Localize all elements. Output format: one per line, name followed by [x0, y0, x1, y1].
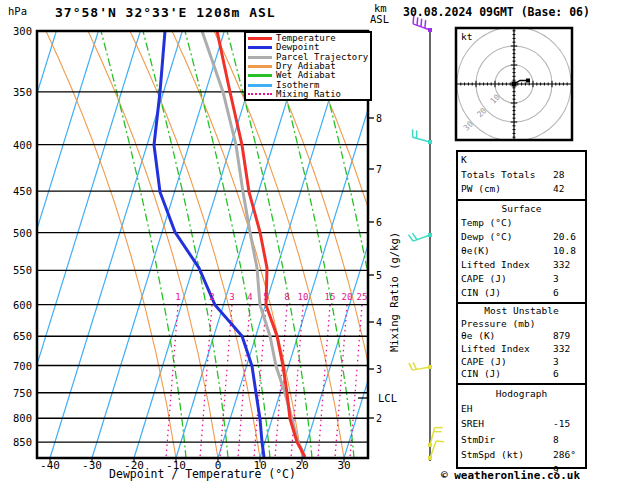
altitude-tick-label: 8	[376, 113, 382, 124]
legend-label: Wet Adiabat	[276, 71, 336, 80]
stat-row: CAPE (J)6	[461, 356, 585, 369]
legend-swatch-dry_adiabat	[248, 65, 272, 68]
legend-swatch-wet_adiabat	[248, 74, 272, 77]
pressure-tick-label: 850	[4, 436, 32, 448]
legend-swatch-temperature	[248, 37, 272, 40]
stat-label: CAPE (J)	[461, 356, 507, 367]
temperature-tick-label: 30	[327, 459, 361, 472]
stat-row: Dewp (°C)10.8	[461, 230, 585, 244]
legend-swatch-mixing_ratio	[248, 93, 272, 95]
mixing-ratio-value: 20	[342, 292, 353, 302]
mixing-ratio-value: 8	[284, 292, 289, 302]
legend-swatch-isotherm	[248, 84, 272, 87]
altitude-tick-label: 4	[376, 317, 382, 328]
stat-row: K28	[461, 153, 585, 168]
stat-label: CIN (J)	[461, 368, 501, 379]
hodograph-ring-label: 10	[489, 92, 502, 105]
mixing-ratio-axis-label: Mixing Ratio (g/kg)	[388, 232, 400, 352]
temperature-tick-label: -40	[33, 459, 67, 472]
stat-row: StmDir286°	[461, 432, 585, 447]
mixing-ratio-line	[318, 305, 330, 458]
stat-row: Lifted Index3	[461, 343, 585, 356]
stat-label: Temp (°C)	[461, 217, 512, 228]
temperature-tick-label: -20	[117, 459, 151, 472]
mixing-ratio-value: 4	[247, 292, 252, 302]
hodograph-ring-label: 20	[475, 106, 488, 119]
stat-row: SREH8	[461, 416, 585, 431]
pressure-tick-label: 400	[4, 139, 32, 151]
stat-row: CIN (J)51	[461, 286, 585, 300]
legend-label: Mixing Ratio	[276, 90, 341, 99]
mixing-ratio-value: 3	[229, 292, 234, 302]
pressure-tick-label: 300	[4, 25, 32, 37]
stat-row: EH-15	[461, 401, 585, 416]
pressure-unit-label: hPa	[8, 5, 27, 17]
wind-barb	[409, 362, 432, 370]
stats-table-most-unstable: Most UnstablePressure (mb)879θe (K)332Li…	[456, 302, 587, 388]
stat-label: Totals Totals	[461, 169, 535, 180]
stats-table-hodograph: HodographEH-15SREH8StmDir286°StmSpd (kt)…	[456, 383, 587, 469]
stat-label: StmDir	[461, 434, 495, 445]
table-title: Surface	[461, 202, 585, 216]
stat-label: CAPE (J)	[461, 273, 507, 284]
stat-label: K	[461, 154, 467, 165]
pressure-tick-label: 600	[4, 299, 32, 311]
mixing-ratio-value: 25	[357, 292, 368, 302]
stat-label: Pressure (mb)	[461, 318, 535, 329]
mixing-ratio-value: 10	[298, 292, 309, 302]
stat-row: CAPE (J)6	[461, 272, 585, 286]
stat-label: Lifted Index	[461, 343, 530, 354]
stats-table-surface: SurfaceTemp (°C)20.6Dewp (°C)10.8θe(K)33…	[456, 199, 587, 307]
mixing-ratio-value: 5	[263, 292, 268, 302]
stat-label: θe (K)	[461, 330, 495, 341]
legend-row: Mixing Ratio	[248, 90, 370, 99]
stat-label: θe(K)	[461, 245, 490, 256]
station-title: 37°58'N 32°33'E 1208m ASL	[55, 5, 276, 20]
altitude-unit-label-asl: ASL	[370, 13, 389, 25]
table-title: Hodograph	[461, 386, 585, 401]
pressure-tick-label: 650	[4, 330, 32, 342]
legend-swatch-dewpoint	[248, 46, 272, 49]
pressure-tick-label: 500	[4, 227, 32, 239]
copyright-credit: © weatheronline.co.uk	[441, 469, 580, 482]
wet-adiabat-line	[101, 31, 186, 458]
stat-row: Lifted Index3	[461, 258, 585, 272]
mixing-ratio-value: 15	[325, 292, 336, 302]
dry-adiabat-line	[592, 31, 629, 458]
dry-adiabat-line	[46, 31, 176, 458]
wet-adiabat-line	[605, 31, 629, 458]
dry-adiabat-line	[88, 31, 218, 458]
table-title: Most Unstable	[461, 305, 585, 318]
pressure-tick-label: 550	[4, 264, 32, 276]
altitude-tick-label: 7	[376, 164, 382, 175]
hodograph-unit-label: kt	[461, 31, 472, 42]
altitude-tick-label: 3	[376, 364, 382, 375]
pressure-tick-label: 800	[4, 412, 32, 424]
stat-row: StmSpd (kt)9	[461, 447, 585, 462]
mixing-ratio-value: 1	[175, 292, 180, 302]
stat-label: Lifted Index	[461, 259, 530, 270]
stat-row: Pressure (mb)879	[461, 318, 585, 331]
stat-row: θe (K)332	[461, 330, 585, 343]
hodograph-ring-label: 30	[462, 119, 475, 132]
temperature-tick-label: -10	[159, 459, 193, 472]
mixing-ratio-value: 2	[209, 292, 214, 302]
pressure-tick-label: 750	[4, 387, 32, 399]
lcl-label: LCL	[378, 392, 397, 404]
stat-row: CIN (J)51	[461, 368, 585, 381]
stats-table: K28Totals Totals42PW (cm)1.77	[456, 150, 587, 204]
wet-adiabat-line	[143, 31, 228, 458]
hodograph: 102030	[456, 27, 572, 141]
altitude-tick-label: 6	[376, 217, 382, 228]
stat-row: Temp (°C)20.6	[461, 216, 585, 230]
altitude-tick-label: 2	[376, 413, 382, 424]
dry-adiabat-line	[130, 31, 260, 458]
altitude-tick-label: 5	[376, 270, 382, 281]
pressure-tick-label: 700	[4, 360, 32, 372]
pressure-tick-label: 350	[4, 86, 32, 98]
stat-row: Totals Totals42	[461, 168, 585, 183]
stat-label: EH	[461, 403, 472, 414]
temperature-tick-label: 20	[285, 459, 319, 472]
stat-row: PW (cm)1.77	[461, 182, 585, 197]
chart-legend: TemperatureDewpointParcel TrajectoryDry …	[244, 31, 372, 101]
